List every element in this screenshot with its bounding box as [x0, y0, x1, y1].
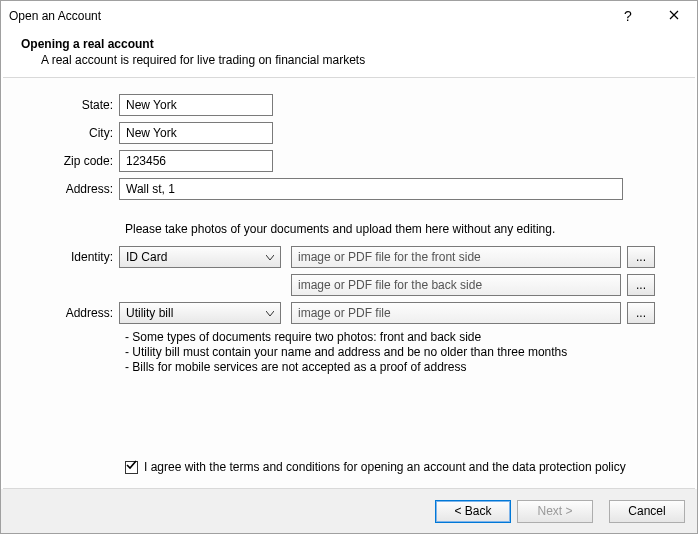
next-button[interactable]: Next > [517, 500, 593, 523]
titlebar: Open an Account ? [1, 1, 697, 31]
address-label: Address: [3, 182, 119, 196]
zip-label: Zip code: [3, 154, 119, 168]
address-doc-browse-button[interactable]: ... [627, 302, 655, 324]
address-doc-select[interactable]: Utility bill [119, 302, 281, 324]
city-label: City: [3, 126, 119, 140]
identity-back-file[interactable]: image or PDF file for the back side [291, 274, 621, 296]
agree-row: I agree with the terms and conditions fo… [125, 460, 626, 474]
form: State: City: Zip code: Address: Please t… [3, 94, 695, 375]
identity-back-browse-button[interactable]: ... [627, 274, 655, 296]
back-button[interactable]: < Back [435, 500, 511, 523]
identity-select-value: ID Card [126, 250, 167, 264]
documents-section: Identity: ID Card image or PDF file for … [3, 246, 695, 324]
help-button[interactable]: ? [605, 1, 651, 31]
wizard-content: State: City: Zip code: Address: Please t… [3, 77, 695, 489]
identity-select[interactable]: ID Card [119, 246, 281, 268]
address-input[interactable] [119, 178, 623, 200]
window-title: Open an Account [9, 9, 605, 23]
agree-label: I agree with the terms and conditions fo… [144, 460, 626, 474]
identity-label: Identity: [3, 250, 119, 264]
state-input[interactable] [119, 94, 273, 116]
chevron-down-icon [266, 250, 274, 264]
identity-front-file[interactable]: image or PDF file for the front side [291, 246, 621, 268]
address-doc-label: Address: [3, 306, 119, 320]
close-icon [669, 9, 679, 23]
address-doc-file[interactable]: image or PDF file [291, 302, 621, 324]
documents-instruction: Please take photos of your documents and… [125, 222, 695, 236]
address-doc-select-value: Utility bill [126, 306, 173, 320]
note-line: - Some types of documents require two ph… [125, 330, 695, 345]
chevron-down-icon [266, 306, 274, 320]
wizard-subtitle: A real account is required for live trad… [41, 53, 683, 67]
note-line: - Bills for mobile services are not acce… [125, 360, 695, 375]
wizard-header: Opening a real account A real account is… [1, 31, 697, 77]
agree-checkbox[interactable] [125, 461, 138, 474]
check-icon [126, 460, 137, 474]
identity-front-browse-button[interactable]: ... [627, 246, 655, 268]
cancel-button[interactable]: Cancel [609, 500, 685, 523]
help-icon: ? [624, 8, 632, 24]
document-notes: - Some types of documents require two ph… [125, 330, 695, 375]
city-input[interactable] [119, 122, 273, 144]
close-button[interactable] [651, 1, 697, 31]
state-label: State: [3, 98, 119, 112]
note-line: - Utility bill must contain your name an… [125, 345, 695, 360]
wizard-footer: < Back Next > Cancel [1, 489, 697, 533]
zip-input[interactable] [119, 150, 273, 172]
dialog-window: Open an Account ? Opening a real account… [0, 0, 698, 534]
wizard-title: Opening a real account [21, 37, 683, 51]
